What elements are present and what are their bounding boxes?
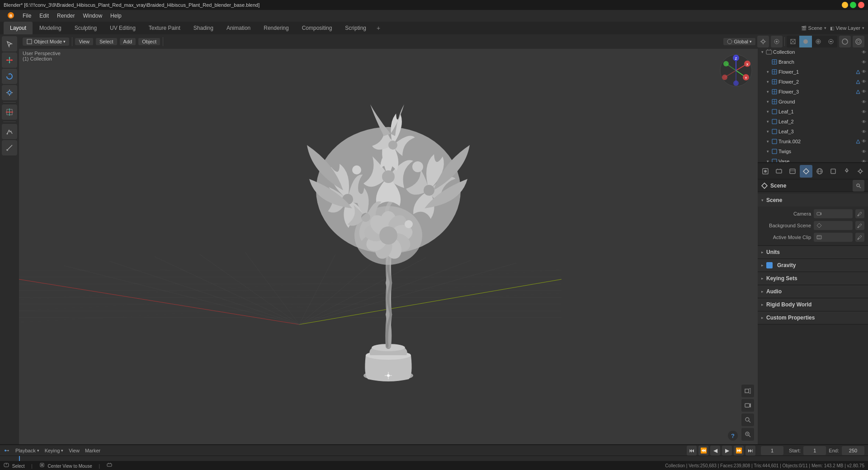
outliner-item-flower-1[interactable]: ▾ Flower_1 👁 — [758, 67, 868, 77]
step-back-button[interactable]: ⏪ — [698, 446, 708, 456]
add-menu[interactable]: Add — [120, 38, 136, 45]
leaf3-expand-icon[interactable]: ▾ — [765, 129, 770, 134]
active-movie-clip-value[interactable] — [814, 233, 853, 242]
outliner-item-flower-2[interactable]: ▾ Flower_2 👁 — [758, 77, 868, 87]
vase-eye-icon[interactable]: 👁 — [862, 159, 866, 164]
tab-uv-editing[interactable]: UV Editing — [104, 22, 142, 34]
output-properties-button[interactable] — [773, 165, 785, 178]
tab-modeling[interactable]: Modeling — [33, 22, 68, 34]
branch-eye-icon[interactable]: 👁 — [862, 60, 866, 65]
world-properties-button[interactable] — [813, 165, 826, 178]
ground-expand-icon[interactable]: ▾ — [765, 99, 770, 104]
tab-shading[interactable]: Shading — [187, 22, 220, 34]
snap-button[interactable] — [757, 36, 769, 47]
twigs-eye-icon[interactable]: 👁 — [862, 149, 866, 154]
camera-eyedropper[interactable] — [855, 209, 864, 218]
tab-layout[interactable]: Layout — [4, 22, 33, 34]
tab-texture-paint[interactable]: Texture Paint — [142, 22, 187, 34]
scene-properties-button[interactable] — [800, 165, 812, 178]
flower1-expand-icon[interactable]: ▾ — [765, 69, 770, 75]
trunk-eye-icon[interactable]: 👁 — [862, 139, 866, 144]
bg-scene-eyedropper[interactable] — [855, 221, 864, 230]
zoom-fit-button[interactable] — [741, 414, 754, 426]
flower1-eye-icon[interactable]: 👁 — [862, 69, 866, 75]
leaf2-eye-icon[interactable]: 👁 — [862, 119, 866, 124]
menu-edit[interactable]: Edit — [36, 12, 52, 20]
outliner-item-ground[interactable]: ▾ Ground 👁 — [758, 97, 868, 107]
collection-expand-icon[interactable]: ▾ — [760, 49, 765, 55]
select-menu[interactable]: Select — [96, 38, 117, 45]
tab-sculpting[interactable]: Sculpting — [68, 22, 103, 34]
background-scene-value[interactable] — [814, 221, 853, 230]
playback-menu[interactable]: Playback — [15, 448, 39, 453]
material-mode-button[interactable] — [812, 36, 825, 47]
xray-button[interactable] — [853, 36, 864, 47]
flower2-eye-icon[interactable]: 👁 — [862, 79, 866, 85]
annotate-tool-button[interactable] — [2, 124, 17, 139]
tab-animation[interactable]: Animation — [220, 22, 257, 34]
flower2-expand-icon[interactable]: ▾ — [765, 79, 770, 85]
outliner-item-leaf-3[interactable]: ▾ Leaf_3 👁 — [758, 127, 868, 136]
jump-to-start-button[interactable]: ⏮ — [687, 446, 697, 456]
outliner-item-trunk-002[interactable]: ▾ Trunk.002 👁 — [758, 136, 868, 146]
wireframe-mode-button[interactable] — [787, 36, 799, 47]
rotate-tool-button[interactable] — [2, 69, 17, 84]
start-frame-input[interactable]: 1 — [803, 446, 826, 455]
object-properties-button[interactable] — [827, 165, 840, 178]
overlays-button[interactable] — [839, 36, 851, 47]
tab-compositing[interactable]: Compositing — [296, 22, 339, 34]
viewport-3d[interactable]: User Perspective (1) Collection — [19, 49, 758, 444]
add-workspace-button[interactable]: + — [373, 24, 384, 33]
branch-expand-icon[interactable]: ▾ — [765, 59, 770, 65]
flower3-eye-icon[interactable]: 👁 — [862, 89, 866, 94]
menu-render[interactable]: Render — [53, 12, 78, 20]
search-button[interactable] — [741, 428, 754, 441]
maximize-button[interactable] — [850, 2, 856, 8]
tab-rendering[interactable]: Rendering — [257, 22, 295, 34]
view-layer-properties-button[interactable] — [786, 165, 799, 178]
audio-section-header[interactable]: Audio — [758, 285, 868, 298]
ground-eye-icon[interactable]: 👁 — [862, 99, 866, 104]
outliner-item-twigs[interactable]: ▾ Twigs 👁 — [758, 146, 868, 156]
custom-properties-section-header[interactable]: Custom Properties — [758, 311, 868, 324]
transform-tool-button[interactable] — [2, 104, 17, 120]
outliner-item-flower-3[interactable]: ▾ Flower_3 👁 — [758, 87, 868, 97]
units-section-header[interactable]: Units — [758, 246, 868, 258]
trunk-expand-icon[interactable]: ▾ — [765, 139, 770, 144]
keying-sets-section-header[interactable]: Keying Sets — [758, 272, 868, 285]
global-local-dropdown[interactable]: Global — [723, 38, 755, 45]
solid-mode-button[interactable] — [799, 36, 812, 47]
leaf2-expand-icon[interactable]: ▾ — [765, 119, 770, 124]
object-menu[interactable]: Object — [138, 38, 160, 45]
props-search-button[interactable] — [853, 180, 864, 192]
outliner-item-leaf-1[interactable]: ▾ Leaf_1 👁 — [758, 107, 868, 117]
proportional-edit-button[interactable] — [771, 36, 783, 47]
menu-help[interactable]: Help — [107, 12, 125, 20]
timeline-view-menu[interactable]: View — [69, 448, 80, 453]
keying-menu[interactable]: Keying — [45, 448, 64, 453]
end-frame-input[interactable]: 250 — [842, 446, 864, 455]
play-button[interactable]: ▶ — [722, 446, 732, 456]
leaf1-expand-icon[interactable]: ▾ — [765, 109, 770, 114]
scale-tool-button[interactable] — [2, 85, 17, 100]
outliner-item-branch[interactable]: ▾ Branch 👁 — [758, 57, 868, 67]
cursor-tool-button[interactable] — [2, 36, 17, 52]
gravity-section-header[interactable]: Gravity — [758, 259, 868, 272]
leaf1-eye-icon[interactable]: 👁 — [862, 109, 866, 114]
zoom-camera-button[interactable] — [741, 399, 754, 412]
help-button[interactable]: ? — [728, 431, 738, 441]
step-forward-button[interactable]: ⏩ — [734, 446, 744, 456]
scene-selector[interactable]: 🎬 Scene — [801, 25, 826, 31]
menu-blender[interactable]: B — [4, 11, 18, 21]
render-mode-button[interactable] — [825, 36, 837, 47]
jump-to-end-button[interactable]: ⏭ — [745, 446, 755, 456]
view-layer-selector[interactable]: ◧ View Layer — [830, 25, 864, 31]
twigs-expand-icon[interactable]: ▾ — [765, 149, 770, 154]
menu-file[interactable]: File — [19, 12, 35, 20]
leaf3-eye-icon[interactable]: 👁 — [862, 129, 866, 134]
gravity-checkbox[interactable] — [766, 262, 773, 268]
play-reverse-button[interactable]: ◀ — [710, 446, 720, 456]
flower3-expand-icon[interactable]: ▾ — [765, 89, 770, 94]
scene-section-header[interactable]: Scene — [758, 194, 868, 207]
close-button[interactable] — [858, 2, 864, 8]
